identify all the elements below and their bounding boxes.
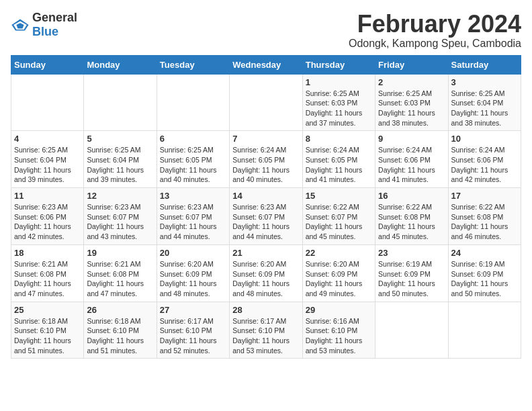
calendar-cell: 8Sunrise: 6:24 AMSunset: 6:05 PMDaylight… (302, 131, 375, 188)
calendar-cell (230, 74, 302, 131)
day-number: 3 (451, 77, 518, 87)
calendar-cell: 23Sunrise: 6:19 AMSunset: 6:09 PMDayligh… (375, 244, 448, 302)
cell-info: Sunrise: 6:20 AMSunset: 6:09 PMDaylight:… (232, 259, 299, 299)
subtitle: Odongk, Kampong Speu, Cambodia (349, 38, 521, 50)
cell-info: Sunrise: 6:22 AMSunset: 6:07 PMDaylight:… (306, 202, 372, 242)
calendar-cell: 20Sunrise: 6:20 AMSunset: 6:09 PMDayligh… (157, 244, 229, 302)
cell-info: Sunrise: 6:22 AMSunset: 6:08 PMDaylight:… (378, 202, 445, 242)
header-day-thursday: Thursday (302, 55, 375, 74)
calendar-cell (448, 302, 521, 359)
cell-info: Sunrise: 6:24 AMSunset: 6:06 PMDaylight:… (378, 145, 445, 185)
calendar-cell: 24Sunrise: 6:19 AMSunset: 6:09 PMDayligh… (448, 244, 521, 302)
logo-text-blue: Blue (32, 25, 58, 38)
calendar-week-1: 4Sunrise: 6:25 AMSunset: 6:04 PMDaylight… (11, 131, 521, 188)
day-number: 5 (87, 134, 153, 144)
day-number: 11 (14, 191, 81, 201)
cell-info: Sunrise: 6:19 AMSunset: 6:09 PMDaylight:… (451, 259, 518, 299)
calendar-cell: 18Sunrise: 6:21 AMSunset: 6:08 PMDayligh… (11, 244, 84, 302)
day-number: 14 (232, 191, 299, 201)
calendar-cell: 11Sunrise: 6:23 AMSunset: 6:06 PMDayligh… (11, 188, 84, 245)
calendar-cell: 1Sunrise: 6:25 AMSunset: 6:03 PMDaylight… (302, 74, 375, 131)
cell-info: Sunrise: 6:25 AMSunset: 6:04 PMDaylight:… (87, 145, 153, 185)
calendar-cell: 9Sunrise: 6:24 AMSunset: 6:06 PMDaylight… (375, 131, 448, 188)
header-day-saturday: Saturday (448, 55, 521, 74)
calendar-cell: 5Sunrise: 6:25 AMSunset: 6:04 PMDaylight… (84, 131, 157, 188)
day-number: 8 (306, 134, 372, 144)
cell-info: Sunrise: 6:22 AMSunset: 6:08 PMDaylight:… (451, 202, 518, 242)
cell-info: Sunrise: 6:21 AMSunset: 6:08 PMDaylight:… (87, 259, 153, 299)
cell-info: Sunrise: 6:25 AMSunset: 6:04 PMDaylight:… (14, 145, 81, 185)
cell-info: Sunrise: 6:19 AMSunset: 6:09 PMDaylight:… (378, 259, 445, 299)
calendar-week-0: 1Sunrise: 6:25 AMSunset: 6:03 PMDaylight… (11, 74, 521, 131)
day-number: 21 (232, 248, 299, 258)
cell-info: Sunrise: 6:23 AMSunset: 6:06 PMDaylight:… (14, 202, 81, 242)
header-day-tuesday: Tuesday (157, 55, 229, 74)
calendar-body: 1Sunrise: 6:25 AMSunset: 6:03 PMDaylight… (11, 74, 521, 359)
cell-info: Sunrise: 6:18 AMSunset: 6:10 PMDaylight:… (87, 316, 153, 356)
calendar-cell: 21Sunrise: 6:20 AMSunset: 6:09 PMDayligh… (230, 244, 302, 302)
calendar-cell: 13Sunrise: 6:23 AMSunset: 6:07 PMDayligh… (157, 188, 229, 245)
day-number: 23 (378, 248, 445, 258)
calendar-cell: 25Sunrise: 6:18 AMSunset: 6:10 PMDayligh… (11, 302, 84, 359)
day-number: 4 (14, 134, 81, 144)
day-number: 29 (306, 305, 372, 315)
calendar-week-3: 18Sunrise: 6:21 AMSunset: 6:08 PMDayligh… (11, 244, 521, 302)
day-number: 13 (160, 191, 226, 201)
day-number: 6 (160, 134, 226, 144)
calendar-cell: 19Sunrise: 6:21 AMSunset: 6:08 PMDayligh… (84, 244, 157, 302)
calendar-cell: 10Sunrise: 6:24 AMSunset: 6:06 PMDayligh… (448, 131, 521, 188)
cell-info: Sunrise: 6:24 AMSunset: 6:05 PMDaylight:… (306, 145, 372, 185)
cell-info: Sunrise: 6:25 AMSunset: 6:05 PMDaylight:… (160, 145, 226, 185)
day-number: 25 (14, 305, 81, 315)
day-number: 20 (160, 248, 226, 258)
calendar-cell: 4Sunrise: 6:25 AMSunset: 6:04 PMDaylight… (11, 131, 84, 188)
cell-info: Sunrise: 6:16 AMSunset: 6:10 PMDaylight:… (306, 316, 372, 356)
day-number: 12 (87, 191, 153, 201)
day-number: 7 (232, 134, 299, 144)
header-day-monday: Monday (84, 55, 157, 74)
cell-info: Sunrise: 6:17 AMSunset: 6:10 PMDaylight:… (160, 316, 226, 356)
cell-info: Sunrise: 6:23 AMSunset: 6:07 PMDaylight:… (232, 202, 299, 242)
cell-info: Sunrise: 6:18 AMSunset: 6:10 PMDaylight:… (14, 316, 81, 356)
calendar-cell: 26Sunrise: 6:18 AMSunset: 6:10 PMDayligh… (84, 302, 157, 359)
day-number: 26 (87, 305, 153, 315)
calendar-cell: 29Sunrise: 6:16 AMSunset: 6:10 PMDayligh… (302, 302, 375, 359)
day-number: 28 (232, 305, 299, 315)
cell-info: Sunrise: 6:20 AMSunset: 6:09 PMDaylight:… (160, 259, 226, 299)
calendar-cell: 14Sunrise: 6:23 AMSunset: 6:07 PMDayligh… (230, 188, 302, 245)
calendar-header: SundayMondayTuesdayWednesdayThursdayFrid… (11, 55, 521, 74)
cell-info: Sunrise: 6:25 AMSunset: 6:03 PMDaylight:… (378, 89, 445, 128)
cell-info: Sunrise: 6:21 AMSunset: 6:08 PMDaylight:… (14, 259, 81, 299)
calendar-week-2: 11Sunrise: 6:23 AMSunset: 6:06 PMDayligh… (11, 188, 521, 245)
calendar-cell: 3Sunrise: 6:25 AMSunset: 6:04 PMDaylight… (448, 74, 521, 131)
cell-info: Sunrise: 6:23 AMSunset: 6:07 PMDaylight:… (87, 202, 153, 242)
header-row: SundayMondayTuesdayWednesdayThursdayFrid… (11, 55, 521, 74)
cell-info: Sunrise: 6:25 AMSunset: 6:04 PMDaylight:… (451, 89, 518, 128)
calendar-cell: 22Sunrise: 6:20 AMSunset: 6:09 PMDayligh… (302, 244, 375, 302)
cell-info: Sunrise: 6:23 AMSunset: 6:07 PMDaylight:… (160, 202, 226, 242)
calendar-cell: 6Sunrise: 6:25 AMSunset: 6:05 PMDaylight… (157, 131, 229, 188)
calendar-week-4: 25Sunrise: 6:18 AMSunset: 6:10 PMDayligh… (11, 302, 521, 359)
day-number: 17 (451, 191, 518, 201)
calendar-cell: 7Sunrise: 6:24 AMSunset: 6:05 PMDaylight… (230, 131, 302, 188)
day-number: 10 (451, 134, 518, 144)
calendar-table: SundayMondayTuesdayWednesdayThursdayFrid… (11, 55, 521, 359)
day-number: 16 (378, 191, 445, 201)
cell-info: Sunrise: 6:20 AMSunset: 6:09 PMDaylight:… (306, 259, 372, 299)
cell-info: Sunrise: 6:24 AMSunset: 6:06 PMDaylight:… (451, 145, 518, 185)
day-number: 15 (306, 191, 372, 201)
cell-info: Sunrise: 6:17 AMSunset: 6:10 PMDaylight:… (232, 316, 299, 356)
day-number: 2 (378, 77, 445, 87)
logo: General Blue (11, 11, 77, 39)
header-day-sunday: Sunday (11, 55, 84, 74)
logo-text-general: General (32, 11, 77, 24)
calendar-cell: 28Sunrise: 6:17 AMSunset: 6:10 PMDayligh… (230, 302, 302, 359)
page-header: General Blue February 2024 Odongk, Kampo… (11, 11, 521, 50)
calendar-cell: 16Sunrise: 6:22 AMSunset: 6:08 PMDayligh… (375, 188, 448, 245)
calendar-cell: 12Sunrise: 6:23 AMSunset: 6:07 PMDayligh… (84, 188, 157, 245)
calendar-cell (84, 74, 157, 131)
month-title: February 2024 (349, 11, 521, 38)
title-area: February 2024 Odongk, Kampong Speu, Camb… (349, 11, 521, 50)
header-day-wednesday: Wednesday (230, 55, 302, 74)
day-number: 9 (378, 134, 445, 144)
